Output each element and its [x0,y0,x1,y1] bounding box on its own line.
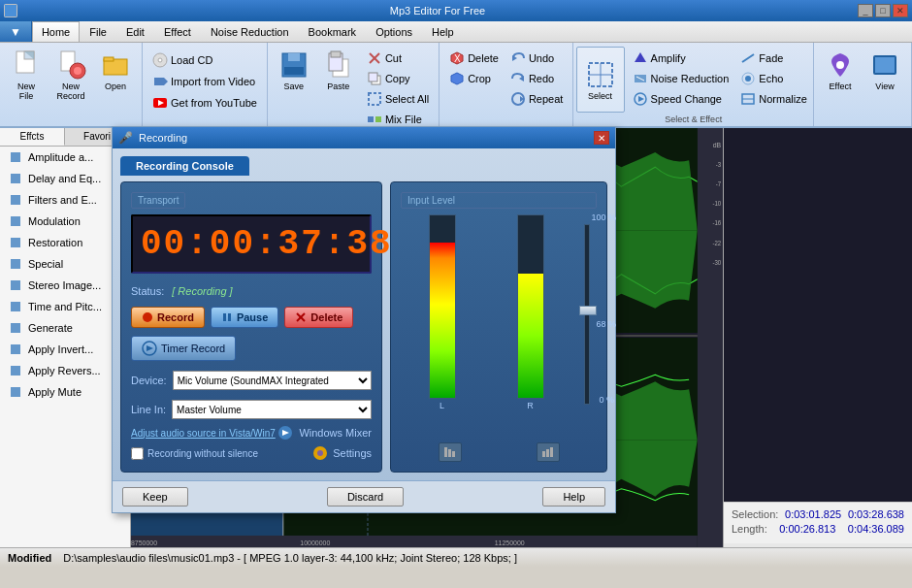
level-slider-container: 100 % 68 % 0 % [577,214,597,405]
dialog-body: Recording Console Transport 00:00:37:384… [113,148,615,480]
status-row: Status: [ Recording ] [131,285,372,297]
recording-dialog: 🎤 Recording ✕ Recording Console Transpor… [112,126,616,513]
dialog-tab-bar: Recording Console [120,156,607,176]
recording-silence-checkbox[interactable] [131,447,144,460]
delete-transport-button[interactable]: Delete [284,307,353,328]
record-button[interactable]: Record [131,307,205,328]
svg-rect-88 [223,313,226,321]
svg-rect-102 [546,449,549,457]
level-icon-2[interactable] [537,442,560,462]
level-slider-track [584,224,590,405]
settings-icon [311,444,329,462]
transport-panel: Transport 00:00:37:384 Status: [ Recordi… [120,181,382,473]
level-icons-row [401,442,597,462]
recording-silence-row: Recording without silence [131,447,258,460]
svg-rect-103 [550,447,553,457]
line-in-select[interactable]: Master Volume [172,400,372,419]
windows-mixer-icon [276,425,295,441]
timer-display: 00:00:37:384 [131,214,372,274]
line-in-row: Line In: Master Volume [131,400,372,419]
dialog-tab-recording-console[interactable]: Recording Console [120,156,249,176]
timer-text: 00:00:37:384 [141,224,362,264]
svg-rect-89 [228,313,231,321]
level-icon-1[interactable] [439,442,462,462]
dialog-content: Transport 00:00:37:384 Status: [ Recordi… [120,181,607,473]
svg-point-87 [143,312,152,322]
transport-buttons: Record Pause Delete [131,307,372,328]
dialog-icon: 🎤 [118,131,133,145]
dialog-footer: Keep Discard Help [113,480,615,512]
svg-rect-99 [448,449,451,457]
svg-rect-101 [542,451,545,457]
left-meter-bar [429,214,456,399]
svg-rect-100 [452,451,455,457]
device-row: Device: Mic Volume (SoundMAX Integrated [131,371,372,390]
svg-rect-98 [444,447,447,457]
dialog-title-bar: 🎤 Recording ✕ [113,127,615,148]
level-slider-thumb[interactable] [579,306,597,315]
dialog-close-button[interactable]: ✕ [594,131,609,145]
device-select[interactable]: Mic Volume (SoundMAX Integrated [173,371,372,390]
dialog-overlay: 🎤 Recording ✕ Recording Console Transpor… [0,0,912,588]
svg-marker-93 [147,345,153,351]
timer-record-button[interactable]: Timer Record [131,336,236,361]
help-button[interactable]: Help [542,487,605,506]
dialog-title: Recording [139,132,187,144]
adjust-source-link[interactable]: Adjust audio source in Vista/Win7 [131,428,276,439]
left-meter-fill [430,243,455,398]
input-level-panel: Input Level L [390,181,607,473]
svg-point-97 [317,450,323,456]
pause-button[interactable]: Pause [211,307,278,328]
right-meter-fill [518,274,543,398]
keep-button[interactable]: Keep [122,487,188,506]
right-meter-bar [517,214,544,399]
discard-button[interactable]: Discard [327,487,404,506]
